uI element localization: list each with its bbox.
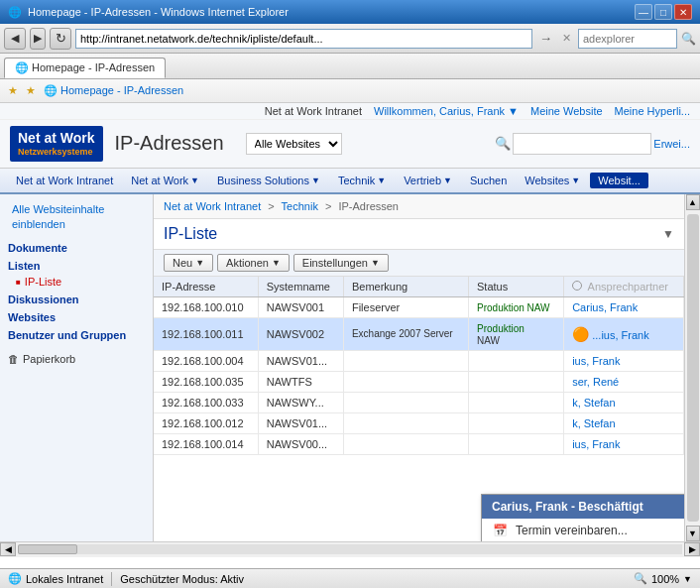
scroll-right-button[interactable]: ▶ [684, 542, 700, 556]
forward-button[interactable]: ▶ [30, 28, 46, 50]
nav-dropdown-icon-3: ▼ [377, 176, 386, 185]
nav-dropdown-icon-5: ▼ [571, 176, 580, 185]
nav-item-technik[interactable]: Technik ▼ [330, 173, 394, 188]
search-input[interactable] [578, 29, 677, 49]
cell-bemerkung: Fileserver [343, 296, 468, 317]
welcome-text[interactable]: Willkommen, Carius, Frank ▼ [374, 105, 519, 117]
cell-ip: 192.168.100.012 [154, 412, 258, 433]
nav-dropdown-icon-2: ▼ [311, 176, 320, 185]
cell-sysname: NAWSWY... [258, 392, 343, 412]
nav-item-suchen[interactable]: Suchen [462, 173, 515, 188]
table-row[interactable]: 192.168.100.033 NAWSWY... k, Stefan [154, 392, 684, 412]
table-row[interactable]: 192.168.100.012 NAWSV01... k, Stefan [154, 412, 684, 433]
cell-contact[interactable]: Carius, Frank [564, 296, 684, 317]
list-dropdown-icon[interactable]: ▼ [662, 227, 674, 241]
cell-contact[interactable]: k, Stefan [564, 392, 684, 412]
search-icon-header: 🔍 [495, 136, 511, 151]
ctx-item-termin[interactable]: 📅 Termin vereinbaren... [482, 519, 684, 541]
tab-homepage[interactable]: 🌐 Homepage - IP-Adressen [4, 58, 166, 78]
new-button[interactable]: Neu ▼ [164, 254, 213, 272]
breadcrumb-technik[interactable]: Technik [282, 200, 318, 212]
sidebar-heading-websites[interactable]: Websites [0, 307, 153, 325]
h-scroll-thumb[interactable] [18, 544, 77, 554]
scroll-left-button[interactable]: ◀ [0, 542, 16, 556]
cell-contact[interactable]: ius, Frank [564, 350, 684, 371]
maximize-button[interactable]: □ [654, 4, 672, 20]
sidebar-heading-benutzer[interactable]: Benutzer und Gruppen [0, 325, 153, 343]
logo: Net at Work Netzwerksysteme [10, 126, 103, 162]
favorite-tab[interactable]: 🌐 Homepage - IP-Adressen [44, 84, 183, 97]
nav-item-vertrieb[interactable]: Vertrieb ▼ [396, 173, 460, 188]
col-status[interactable]: Status [469, 277, 564, 297]
window-title: Homepage - IP-Adressen - Windows Interne… [28, 6, 289, 18]
my-hyperlinks-link[interactable]: Meine Hyperli... [615, 105, 690, 117]
table-row[interactable]: 192.168.100.014 NAWSV00... ius, Frank [154, 433, 684, 454]
scroll-down-button[interactable]: ▼ [686, 526, 700, 541]
calendar-icon: 📅 [492, 523, 508, 538]
breadcrumb-current: IP-Adressen [338, 200, 399, 212]
site-select[interactable]: Alle Websites [246, 133, 342, 155]
cell-ip: 192.168.100.011 [154, 317, 258, 350]
table-row[interactable]: 192.168.100.010 NAWSV001 Fileserver Prod… [154, 296, 684, 317]
context-menu-header: Carius, Frank - Beschäftigt [482, 495, 684, 519]
nav-item-websites[interactable]: Websites ▼ [517, 173, 588, 188]
cell-status [469, 371, 564, 392]
cell-ip: 192.168.100.004 [154, 350, 258, 371]
tab-icon: 🌐 [15, 61, 29, 73]
status-intranet: 🌐 Lokales Intranet [8, 572, 103, 585]
zoom-area[interactable]: 🔍 100% ▼ [634, 572, 692, 585]
minimize-button[interactable]: — [635, 4, 652, 20]
cell-sysname: NAWSV01... [258, 350, 343, 371]
cell-contact[interactable]: ius, Frank [564, 433, 684, 454]
table-row[interactable]: 192.168.100.004 NAWSV01... ius, Frank [154, 350, 684, 371]
sidebar-link-ipliste[interactable]: ■ IP-Liste [0, 274, 153, 290]
vertical-scrollbar[interactable]: ▲ ▼ [684, 194, 700, 541]
list-toolbar: Neu ▼ Aktionen ▼ Einstellungen ▼ [154, 249, 684, 277]
nav-dropdown-icon: ▼ [190, 176, 199, 185]
sidebar-heading-listen[interactable]: Listen [0, 256, 153, 274]
nav-item-business[interactable]: Business Solutions ▼ [209, 173, 328, 188]
sidebar-heading-diskussionen[interactable]: Diskussionen [0, 290, 153, 307]
settings-button[interactable]: Einstellungen ▼ [293, 254, 389, 272]
address-input[interactable] [75, 29, 532, 49]
expand-search-label[interactable]: Erwei... [653, 138, 690, 150]
nav-item-intranet[interactable]: Net at Work Intranet [8, 173, 121, 188]
sidebar-recycle-bin[interactable]: 🗑 Papierkorb [0, 351, 153, 367]
tabs-bar: 🌐 Homepage - IP-Adressen [0, 54, 700, 79]
h-scroll-track [18, 544, 682, 554]
breadcrumb-intranet[interactable]: Net at Work Intranet [164, 200, 261, 212]
actions-button[interactable]: Aktionen ▼ [217, 254, 290, 272]
cell-contact[interactable]: ser, René [564, 371, 684, 392]
refresh-button[interactable]: ↻ [50, 28, 71, 50]
address-go-button[interactable]: → [536, 31, 555, 46]
cell-status [469, 392, 564, 412]
cell-contact[interactable]: k, Stefan [564, 412, 684, 433]
toggle-all-link[interactable]: Alle Websiteinhalte einblenden [8, 200, 145, 235]
header-search-input[interactable] [513, 133, 651, 155]
stop-button[interactable]: ✕ [559, 32, 574, 45]
col-sysname[interactable]: Systemname [258, 277, 343, 297]
nav-item-websitea[interactable]: Websit... [590, 173, 648, 188]
col-contact[interactable]: Ansprechpartner [564, 277, 684, 297]
favorite-star-1[interactable]: ★ [8, 84, 18, 97]
table-row[interactable]: 192.168.100.011 NAWSV002 Exchange 2007 S… [154, 317, 684, 350]
horizontal-scrollbar[interactable]: ◀ ▶ [0, 541, 700, 557]
table-row[interactable]: 192.168.100.035 NAWTFS ser, René [154, 371, 684, 392]
my-website-link[interactable]: Meine Website [530, 105, 603, 117]
back-button[interactable]: ◀ [4, 28, 26, 50]
nav-item-netatwork[interactable]: Net at Work ▼ [123, 173, 207, 188]
search-icon[interactable]: 🔍 [681, 32, 696, 46]
cell-contact[interactable]: 🟠 ...ius, Frank [564, 317, 684, 350]
col-ip[interactable]: IP-Adresse [154, 277, 258, 297]
cell-sysname: NAWSV00... [258, 433, 343, 454]
favorite-star-2[interactable]: ★ [26, 84, 36, 97]
logo-line2: Netzwerksysteme [18, 147, 95, 158]
scroll-track [687, 214, 699, 522]
close-button[interactable]: ✕ [674, 4, 692, 20]
cell-status [469, 350, 564, 371]
scroll-up-button[interactable]: ▲ [686, 194, 700, 210]
col-bemerkung[interactable]: Bemerkung [343, 277, 468, 297]
sidebar-heading-dokumente[interactable]: Dokumente [0, 238, 153, 256]
breadcrumb: Net at Work Intranet > Technik > IP-Adre… [154, 194, 684, 219]
zoom-dropdown-icon[interactable]: ▼ [683, 574, 692, 584]
